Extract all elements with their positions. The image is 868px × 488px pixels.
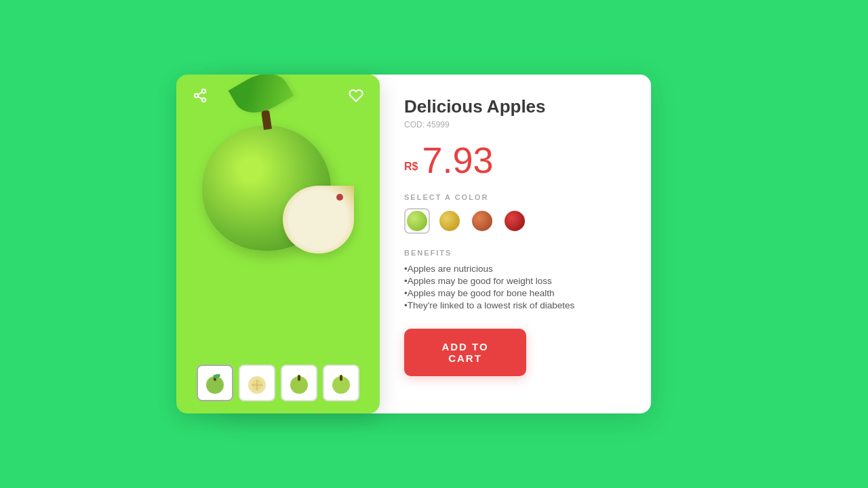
svg-rect-15 <box>340 375 342 381</box>
thumbnail-2[interactable] <box>239 365 275 401</box>
color-swatch-green[interactable] <box>404 208 430 234</box>
favorite-button[interactable] <box>344 84 368 107</box>
benefits-list: •Apples are nutricious •Apples may be go… <box>404 264 629 312</box>
price-value: 7.93 <box>422 142 493 178</box>
image-panel-top <box>176 75 380 107</box>
color-swatch-yellow[interactable] <box>437 208 462 234</box>
product-title: Delicious Apples <box>404 96 629 117</box>
thumbnail-3[interactable] <box>281 365 317 401</box>
thumbnail-strip <box>190 365 366 401</box>
swatch-yellow-inner <box>439 211 460 231</box>
add-to-cart-button[interactable]: ADD TO CART <box>404 329 526 376</box>
product-card: Delicious Apples COD: 45999 R$ 7.93 SELE… <box>217 75 651 413</box>
swatch-red-inner <box>505 211 525 231</box>
cod-value: 45999 <box>427 120 449 129</box>
svg-line-4 <box>198 92 202 95</box>
benefits-label: BENEFITS <box>404 249 629 257</box>
apple-slice <box>283 186 354 253</box>
color-swatch-orange[interactable] <box>469 208 495 234</box>
color-options <box>404 208 629 234</box>
svg-rect-13 <box>298 375 300 381</box>
thumbnail-1[interactable] <box>197 365 233 401</box>
currency-symbol: R$ <box>404 161 418 173</box>
swatch-green-inner <box>407 211 427 231</box>
info-panel: Delicious Apples COD: 45999 R$ 7.93 SELE… <box>380 75 651 413</box>
cod-label: COD: <box>404 120 425 129</box>
price-row: R$ 7.93 <box>404 142 629 178</box>
image-panel <box>176 75 380 413</box>
swatch-orange-inner <box>472 211 492 231</box>
thumbnail-4[interactable] <box>323 365 359 401</box>
share-button[interactable] <box>189 84 212 107</box>
benefit-3: •Apples may be good for bone health <box>404 288 629 298</box>
benefit-4: •They're linked to a lowest risk of diab… <box>404 300 629 310</box>
product-cod: COD: 45999 <box>404 120 629 129</box>
color-swatch-red[interactable] <box>502 208 528 234</box>
benefit-1: •Apples are nutricious <box>404 264 629 274</box>
svg-line-3 <box>198 96 202 99</box>
benefit-2: •Apples may be good for weight loss <box>404 276 629 286</box>
color-section-label: SELECT A COLOR <box>404 193 629 201</box>
